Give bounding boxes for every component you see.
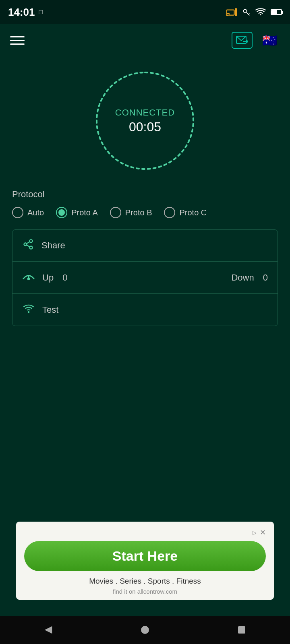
test-icon [22, 303, 35, 317]
hamburger-menu[interactable] [10, 36, 25, 45]
sim-icon: □ [39, 8, 43, 16]
svg-line-4 [249, 13, 250, 14]
ad-top-bar: ▷ ✕ [24, 528, 266, 537]
back-button[interactable] [38, 620, 58, 640]
nav-right: 🇦🇺 [232, 32, 280, 49]
down-label: Down [231, 272, 254, 283]
cast-icon [226, 8, 237, 16]
svg-line-12 [27, 242, 30, 244]
protocol-option-proto-b[interactable]: Proto B [110, 207, 152, 218]
recent-button[interactable] [232, 620, 252, 640]
down-value: 0 [263, 272, 268, 283]
svg-point-14 [28, 278, 29, 280]
svg-marker-16 [45, 626, 52, 634]
ad-cta-button[interactable]: Start Here [24, 541, 266, 571]
svg-point-10 [30, 246, 33, 249]
radio-proto-b [110, 207, 121, 218]
speed-down-container: Down 0 [231, 272, 268, 283]
up-value: 0 [62, 272, 67, 283]
speed-icon [22, 270, 35, 285]
share-label: Share [41, 240, 65, 251]
share-icon [22, 239, 34, 253]
svg-point-2 [243, 9, 246, 12]
svg-point-9 [24, 243, 27, 246]
radio-proto-a [56, 207, 67, 218]
hamburger-line-1 [10, 36, 25, 37]
protocol-label: Protocol [12, 189, 278, 200]
protocol-auto-label: Auto [27, 208, 44, 217]
share-button[interactable]: Share [12, 229, 278, 262]
svg-point-15 [28, 312, 29, 312]
connection-circle[interactable]: CONNECTED 00:05 [89, 64, 201, 177]
status-bar: 14:01 □ [0, 0, 290, 24]
speed-button[interactable]: Up 0 Down 0 [12, 262, 278, 294]
hamburger-line-3 [10, 43, 25, 45]
protocol-option-auto[interactable]: Auto [12, 207, 44, 218]
status-bar-right [226, 8, 282, 16]
hamburger-line-2 [10, 40, 25, 41]
svg-rect-0 [226, 10, 234, 15]
svg-line-11 [27, 245, 30, 247]
ad-close-button[interactable]: ✕ [260, 528, 266, 537]
ad-banner: ▷ ✕ Start Here Movies . Series . Sports … [16, 522, 274, 600]
protocol-section: Protocol Auto Proto A Proto B [12, 189, 278, 218]
circle-text: CONNECTED 00:05 [115, 107, 175, 134]
up-label: Up [42, 272, 54, 283]
speed-row: Up 0 Down 0 [42, 272, 268, 283]
wifi-icon [255, 8, 266, 16]
svg-point-8 [30, 239, 33, 242]
ad-url: find it on allcontrow.com [24, 588, 266, 595]
key-icon [242, 8, 251, 16]
protocol-proto-c-label: Proto C [179, 208, 207, 217]
radio-proto-a-fill [58, 209, 65, 216]
protocol-option-proto-a[interactable]: Proto A [56, 207, 98, 218]
top-nav: 🇦🇺 [0, 24, 290, 56]
connection-timer: 00:05 [129, 120, 161, 134]
connection-status: CONNECTED [115, 107, 175, 118]
radio-proto-c [164, 207, 175, 218]
action-buttons: Share Up 0 Down 0 [12, 229, 278, 326]
svg-rect-1 [235, 8, 237, 16]
main-content: CONNECTED 00:05 Protocol Auto Proto A Pr… [0, 56, 290, 428]
speed-up-container: Up 0 [42, 272, 68, 283]
svg-point-17 [141, 626, 149, 634]
radio-auto [12, 207, 23, 218]
test-button[interactable]: Test [12, 294, 278, 326]
mail-icon [236, 36, 248, 45]
svg-rect-18 [238, 626, 245, 634]
country-flag[interactable]: 🇦🇺 [259, 33, 280, 47]
protocol-proto-a-label: Proto A [71, 208, 98, 217]
battery-icon [271, 9, 282, 15]
status-bar-left: 14:01 □ [8, 6, 43, 19]
mail-button[interactable] [232, 32, 253, 49]
ad-label: ▷ [253, 530, 257, 536]
protocol-proto-b-label: Proto B [125, 208, 152, 217]
ad-subtitle: Movies . Series . Sports . Fitness [24, 577, 266, 586]
bottom-nav [0, 616, 290, 644]
home-button[interactable] [135, 620, 155, 640]
protocol-options: Auto Proto A Proto B Proto C [12, 207, 278, 218]
protocol-option-proto-c[interactable]: Proto C [164, 207, 207, 218]
test-label: Test [42, 305, 58, 315]
time-display: 14:01 [8, 6, 35, 19]
